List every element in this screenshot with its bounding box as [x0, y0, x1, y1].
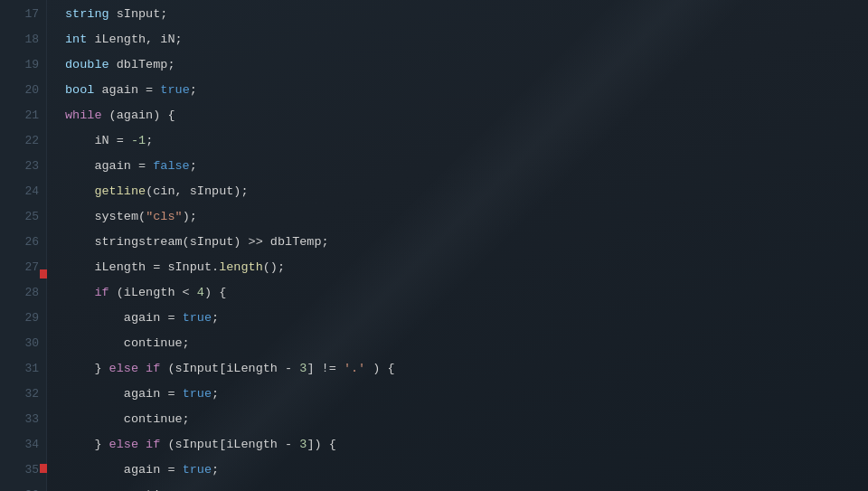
code-line-17: string sInput; — [65, 2, 868, 27]
code-line-18: int iLength, iN; — [65, 27, 868, 52]
line-number-35: 35 — [24, 458, 39, 483]
line-number-32: 32 — [24, 382, 39, 407]
line-number-27: 27 — [24, 255, 39, 280]
code-line-36: again = true; — [65, 458, 868, 483]
line-number-28: 28 — [24, 280, 39, 306]
line-number-25: 25 — [24, 204, 39, 230]
line-numbers: 1718192021222324252627282930313233343536… — [0, 0, 47, 491]
code-line-28: iLength = sInput.length(); — [65, 255, 868, 280]
code-line-24: again = false; — [65, 154, 868, 179]
code-line-19: double dblTemp; — [65, 52, 868, 78]
code-line-35: } else if (sInput[iLength - 3]) { — [65, 432, 868, 458]
code-line-26: system("cls"); — [65, 204, 868, 230]
line-number-36: 36 — [24, 483, 39, 491]
code-line-20: bool again = true; — [65, 78, 868, 103]
code-editor: 1718192021222324252627282930313233343536… — [0, 0, 868, 491]
code-line-23: iN = -1; — [65, 128, 868, 154]
line-number-22: 22 — [24, 128, 39, 154]
code-area[interactable]: − string sInput;int iLength, iN;double d… — [47, 0, 868, 491]
line-number-21: 21 — [24, 103, 39, 128]
line-number-31: 31 — [24, 356, 39, 382]
line-number-18: 18 — [24, 27, 39, 52]
line-number-30: 30 — [24, 331, 39, 356]
code-line-32: } else if (sInput[iLength - 3] != '.' ) … — [65, 356, 868, 382]
code-line-37: continue; — [65, 483, 868, 491]
line-number-23: 23 — [24, 154, 39, 179]
code-line-34: continue; — [65, 407, 868, 432]
line-number-20: 20 — [24, 78, 39, 103]
line-number-17: 17 — [24, 2, 39, 27]
code-line-22: while (again) { — [65, 103, 868, 128]
code-line-31: continue; — [65, 331, 868, 356]
code-line-27: stringstream(sInput) >> dblTemp; — [65, 230, 868, 255]
line-number-26: 26 — [24, 230, 39, 255]
code-line-29: if (iLength < 4) { — [65, 280, 868, 306]
line-number-34: 34 — [24, 432, 39, 458]
line-number-19: 19 — [24, 52, 39, 78]
line-number-29: 29 — [24, 306, 39, 331]
line-number-24: 24 — [24, 179, 39, 204]
line-number-33: 33 — [24, 407, 39, 432]
code-line-25: getline(cin, sInput); — [65, 179, 868, 204]
code-line-33: again = true; — [65, 382, 868, 407]
code-line-30: again = true; — [65, 306, 868, 331]
